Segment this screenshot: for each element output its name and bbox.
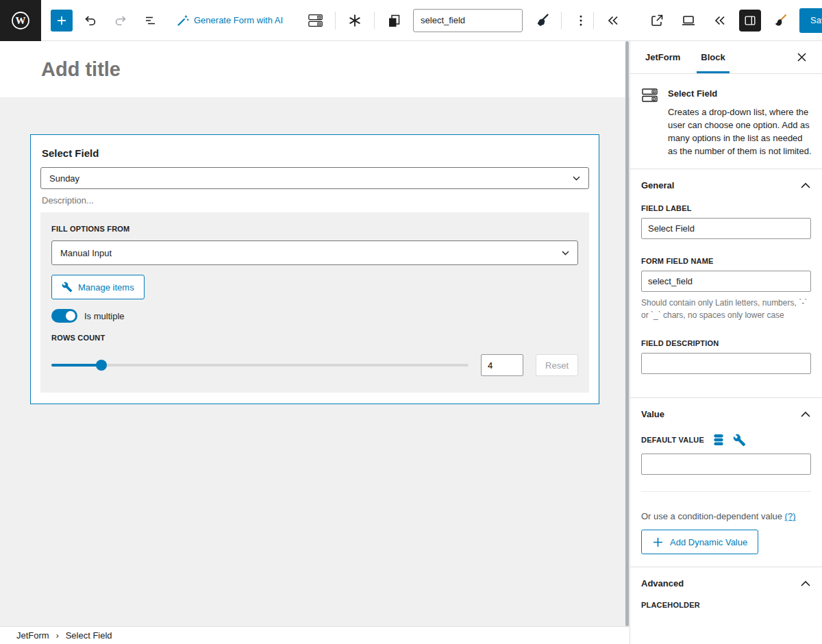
undo-button[interactable] <box>78 8 103 33</box>
field-name-toolbar-input[interactable] <box>413 9 523 32</box>
settings-sidebar-toggle[interactable] <box>739 10 761 32</box>
field-description-input[interactable] <box>641 353 811 374</box>
tab-block[interactable]: Block <box>697 41 729 73</box>
database-icon[interactable] <box>712 433 725 447</box>
wrench-icon <box>62 282 73 293</box>
advanced-panel: Advanced PLACEHOLDER <box>630 567 822 609</box>
condition-dependent-label: Or use a condition-dependent value <box>641 511 782 521</box>
save-button[interactable]: Save <box>799 8 822 33</box>
general-panel-header[interactable]: General <box>641 180 811 190</box>
default-value-input[interactable] <box>641 454 811 475</box>
block-inserter-button[interactable] <box>51 10 73 32</box>
advanced-panel-title: Advanced <box>641 578 684 589</box>
is-multiple-toggle[interactable] <box>51 309 77 323</box>
breadcrumb-select-field[interactable]: Select Field <box>66 630 112 641</box>
rows-count-slider-fill <box>51 364 101 367</box>
manage-items-label: Manage items <box>78 282 134 293</box>
kebab-menu-icon <box>574 14 588 27</box>
chevron-double-left-icon <box>712 13 727 28</box>
laptop-icon <box>680 12 697 29</box>
field-description-placeholder[interactable]: Description... <box>42 195 588 206</box>
chevron-up-icon <box>800 411 811 418</box>
clear-styles-button[interactable] <box>530 8 554 33</box>
tab-jetform[interactable]: JetForm <box>641 41 684 73</box>
rows-count-slider-thumb[interactable] <box>96 360 107 371</box>
block-card: Select Field Creates a drop-down list, w… <box>630 74 822 169</box>
wrench-icon[interactable] <box>733 434 746 447</box>
block-options-menu-button[interactable] <box>569 8 593 33</box>
toolbar-separator <box>561 12 562 29</box>
rows-count-input[interactable] <box>481 354 523 376</box>
top-toolbar: W <box>0 0 822 41</box>
form-field-name-input[interactable] <box>641 271 811 292</box>
value-panel-title: Value <box>641 409 664 419</box>
select-field-preview-select[interactable]: Sunday <box>40 167 589 189</box>
settings-sidebar: JetForm Block Select Field <box>630 41 822 644</box>
styles-button[interactable] <box>768 8 793 33</box>
add-dynamic-value-button[interactable]: Add Dynamic Value <box>641 530 758 554</box>
field-description-label: FIELD DESCRIPTION <box>641 339 811 347</box>
list-view-button[interactable] <box>138 8 163 33</box>
select-field-block-button[interactable] <box>303 8 328 33</box>
breadcrumb-separator: › <box>56 631 59 641</box>
general-panel-title: General <box>641 180 674 190</box>
wordpress-logo-icon: W <box>9 9 32 32</box>
block-options-panel: FILL OPTIONS FROM Manual Input Manage it… <box>40 212 589 393</box>
generate-form-ai-button[interactable]: Generate Form with AI <box>173 14 287 27</box>
required-asterisk-button[interactable] <box>342 8 367 33</box>
is-multiple-label: Is multiple <box>84 311 125 321</box>
title-band: Add title <box>0 41 630 97</box>
post-title-input[interactable]: Add title <box>41 58 121 81</box>
device-preview-button[interactable] <box>676 8 701 33</box>
collapse-right-button[interactable] <box>708 8 732 33</box>
value-panel-header[interactable]: Value <box>641 409 811 419</box>
field-label-input[interactable] <box>641 218 811 239</box>
chevron-down-icon <box>562 251 569 256</box>
canvas-scrollbar[interactable] <box>625 41 629 626</box>
select-field-label: Select Field <box>42 147 588 159</box>
sidebar-panel-icon <box>743 13 757 28</box>
advanced-panel-header[interactable]: Advanced <box>641 578 811 589</box>
editor-canvas: Add title Select Field Sunday Descriptio… <box>0 41 630 644</box>
form-field-name-label: FORM FIELD NAME <box>641 257 811 265</box>
rows-count-slider[interactable] <box>51 364 469 367</box>
general-panel: General FIELD LABEL FORM FIELD NAME Shou… <box>630 169 822 398</box>
add-dynamic-value-label: Add Dynamic Value <box>670 537 747 547</box>
manage-items-button[interactable]: Manage items <box>51 275 145 299</box>
toolbar-separator <box>374 12 375 29</box>
breadcrumb-jetform[interactable]: JetForm <box>16 630 49 641</box>
duplicate-button[interactable] <box>382 8 406 33</box>
form-field-name-help: Should contain only Latin letters, numbe… <box>641 297 810 321</box>
fill-options-from-label: FILL OPTIONS FROM <box>51 225 129 233</box>
rows-count-label: ROWS COUNT <box>51 334 105 342</box>
select-field-block[interactable]: Select Field Sunday Description... FILL … <box>30 134 599 404</box>
rows-count-reset-button[interactable]: Reset <box>536 354 578 376</box>
redo-icon <box>113 13 128 28</box>
undo-icon <box>83 13 98 28</box>
fill-options-from-select[interactable]: Manual Input <box>51 240 578 265</box>
placeholder-label: PLACEHOLDER <box>641 601 811 609</box>
toolbar-separator <box>335 12 336 29</box>
value-panel: Value DEFAULT VALUE Or use a cond <box>630 398 822 567</box>
toolbar-separator <box>593 12 594 29</box>
wordpress-logo[interactable]: W <box>0 0 41 41</box>
close-sidebar-button[interactable] <box>792 48 811 67</box>
collapse-left-button[interactable] <box>601 8 625 33</box>
close-icon <box>797 52 807 62</box>
chevron-up-icon <box>800 182 811 189</box>
plus-icon <box>55 14 68 27</box>
chevron-double-left-icon <box>606 13 621 28</box>
asterisk-icon <box>347 13 362 28</box>
list-view-icon <box>143 13 158 28</box>
block-card-title: Select Field <box>668 88 813 99</box>
condition-help-link[interactable]: (?) <box>785 511 796 521</box>
chevron-up-icon <box>800 580 811 587</box>
preview-external-button[interactable] <box>645 8 669 33</box>
block-card-description: Creates a drop-down list, where the user… <box>668 106 813 158</box>
select-field-block-icon <box>308 12 324 29</box>
divider <box>641 491 811 492</box>
paintbrush-icon <box>772 12 788 29</box>
redo-button[interactable] <box>108 8 133 33</box>
fill-options-from-value: Manual Input <box>60 248 112 258</box>
external-link-icon <box>649 13 664 28</box>
